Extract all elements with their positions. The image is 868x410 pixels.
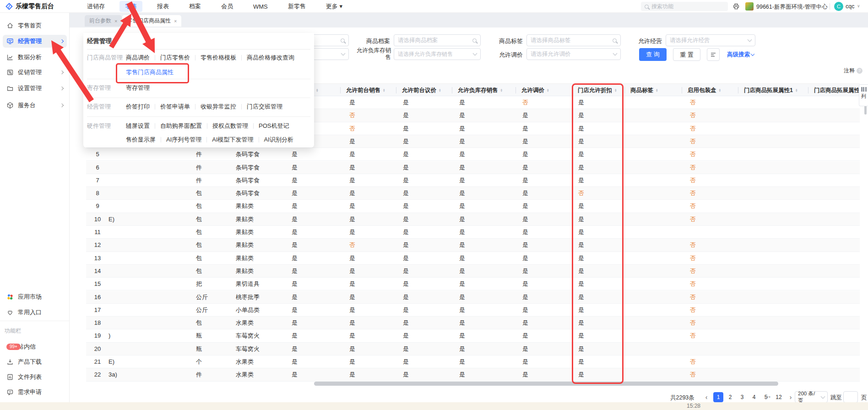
- reset-button[interactable]: 重 置: [673, 48, 700, 61]
- table-row[interactable]: 5件条码零食是是是是是是否: [86, 148, 860, 161]
- column-header-允许前台销售[interactable]: 允许前台销售▴▾: [346, 84, 385, 97]
- sidebar-item-应用市场[interactable]: 应用市场: [3, 290, 67, 303]
- sidebar-item-零售首页[interactable]: 零售首页: [3, 19, 67, 32]
- table-header-sort-stub[interactable]: ▴▾: [315, 84, 318, 97]
- top-menu-item-报表[interactable]: 报表: [152, 1, 174, 12]
- user-avatar[interactable]: C: [834, 2, 843, 11]
- tenant-name[interactable]: 99661-新界面环境-管理中心: [756, 3, 828, 11]
- tab-close-icon[interactable]: ×: [114, 18, 117, 24]
- jump-page-input[interactable]: [843, 391, 858, 403]
- table-row[interactable]: 18包水果类是是是是是是否: [86, 317, 860, 329]
- tab-前台参数[interactable]: 前台参数×: [85, 15, 122, 27]
- note-label[interactable]: 注释 ?: [844, 67, 863, 75]
- sort-carets-icon[interactable]: ▴▾: [615, 88, 617, 93]
- filter-settings-button[interactable]: [707, 48, 720, 61]
- pagination-page-2[interactable]: 2: [725, 392, 735, 402]
- menu-item-门店零售价[interactable]: 门店零售价: [160, 54, 190, 62]
- table-row[interactable]: 6件条码零食是是是是是是否: [86, 161, 860, 174]
- pagination-page-3[interactable]: 3: [737, 392, 747, 402]
- table-row[interactable]: 9包果贴类是是是是是是否: [86, 200, 860, 213]
- table-row[interactable]: 8包条码零食是是是是是否否: [86, 187, 860, 200]
- menu-item-辅屏设置[interactable]: 辅屏设置: [126, 122, 150, 130]
- menu-item-零售价格模板[interactable]: 零售价格模板: [201, 54, 236, 62]
- menu-item-零售门店商品属性[interactable]: 零售门店商品属性: [126, 68, 174, 77]
- pagination-page-1[interactable]: 1: [713, 392, 723, 402]
- table-row[interactable]: 19)瓶车莓窝火是是是是是是否: [86, 329, 860, 342]
- sidebar-item-经营管理[interactable]: 经营管理: [3, 35, 67, 48]
- sidebar-item-常用入口[interactable]: 常用入口: [3, 306, 67, 319]
- menu-item-商品调价[interactable]: 商品调价: [126, 54, 150, 62]
- pagination-page-12[interactable]: 12: [774, 392, 784, 402]
- table-row[interactable]: 20瓶车莓窝火是是是是是是: [86, 343, 860, 355]
- menu-item-商品价格修改查询[interactable]: 商品价格修改查询: [247, 54, 294, 62]
- column-header-商品标签[interactable]: 商品标签▴▾: [630, 84, 658, 97]
- table-row[interactable]: 17公斤小单品类是是是是是是否: [86, 304, 860, 317]
- sort-carets-icon[interactable]: ▴▾: [796, 88, 797, 93]
- sort-carets-icon[interactable]: ▴▾: [547, 88, 549, 93]
- table-row[interactable]: 13包果贴类是是是是是是否: [86, 252, 860, 265]
- menu-item-AI序列号管理[interactable]: AI序列号管理: [166, 136, 201, 144]
- tab-零售门店商品属性[interactable]: 零售门店商品属性×: [122, 15, 181, 27]
- sort-carets-icon[interactable]: ▴▾: [383, 88, 385, 93]
- column-header-门店商品拓展属性[interactable]: 门店商品拓展属性▴▾: [814, 84, 860, 97]
- table-row[interactable]: 11包果贴类是是是是是是: [86, 226, 860, 239]
- menu-item-寄存管理[interactable]: 寄存管理: [126, 84, 150, 92]
- sidebar-item-产品下载[interactable]: 产品下载: [3, 355, 67, 368]
- neg-stock-select[interactable]: 请选择允许负库存销售: [394, 48, 481, 60]
- column-header-门店商品拓展属性1[interactable]: 门店商品拓展属性1▴▾: [744, 84, 797, 97]
- allow-adjust-select[interactable]: 请选择允许调价: [526, 48, 621, 60]
- pagination-next-button[interactable]: ›: [786, 392, 796, 402]
- menu-item-AI识别分析[interactable]: AI识别分析: [264, 136, 293, 144]
- column-header-允许调价[interactable]: 允许调价▴▾: [521, 84, 549, 97]
- column-header-启用包装盒[interactable]: 启用包装盒▴▾: [688, 84, 721, 97]
- sort-carets-icon[interactable]: ▴▾: [656, 88, 658, 93]
- query-button[interactable]: 查 询: [639, 48, 667, 61]
- menu-item-自助购界面配置[interactable]: 自助购界面配置: [160, 122, 202, 130]
- sidebar-item-需求申请[interactable]: 需求申请: [3, 386, 67, 399]
- sidebar-item-文件列表[interactable]: 文件列表: [3, 371, 67, 383]
- goods-tag-input[interactable]: 请选择商品标签: [526, 34, 621, 46]
- table-row[interactable]: 7件条码零食是是是是是是否: [86, 174, 860, 187]
- horizontal-scrollbar[interactable]: [314, 382, 778, 386]
- advanced-search-link[interactable]: 高级搜索: [727, 51, 754, 59]
- menu-item-门店交班管理[interactable]: 门店交班管理: [247, 103, 282, 111]
- pagination-prev-button[interactable]: ‹: [701, 392, 711, 402]
- sidebar-item-站内信[interactable]: 站内信99+: [3, 340, 67, 353]
- top-menu-item-WMS[interactable]: WMS: [248, 2, 273, 11]
- table-row[interactable]: 223a)件水果类是是是是是是否: [86, 368, 860, 381]
- user-name[interactable]: cqc: [846, 3, 854, 10]
- user-menu-caret-icon[interactable]: ∨: [857, 4, 860, 8]
- menu-item-售价显示屏[interactable]: 售价显示屏: [126, 136, 156, 144]
- table-row[interactable]: 16公斤桃枣批季是是是是是是否: [86, 291, 860, 304]
- page-size-select[interactable]: 200 条/页: [795, 391, 828, 403]
- tenant-avatar[interactable]: [745, 2, 754, 11]
- sidebar-item-服务台[interactable]: 服务台: [3, 99, 67, 112]
- table-row[interactable]: 21E)个水果类是是是是是是否: [86, 355, 860, 368]
- table-row[interactable]: 12包果贴类是否是是是是否: [86, 239, 860, 251]
- menu-item-授权点数管理[interactable]: 授权点数管理: [212, 122, 248, 130]
- global-search-input[interactable]: 搜索功能: [641, 2, 728, 11]
- column-header-门店允许折扣[interactable]: 门店允许折扣▴▾: [578, 84, 617, 97]
- top-menu-item-进销存[interactable]: 进销存: [81, 1, 110, 12]
- pagination-ellipsis[interactable]: •••: [763, 392, 773, 402]
- menu-item-AI模型下发管理[interactable]: AI模型下发管理: [212, 136, 253, 144]
- column-header-允许负库存销售[interactable]: 允许负库存销售▴▾: [458, 84, 502, 97]
- pagination-page-4[interactable]: 4: [749, 392, 759, 402]
- column-header-允许前台议价[interactable]: 允许前台议价▴▾: [402, 84, 441, 97]
- sidebar-item-促销管理[interactable]: 促销管理: [3, 66, 67, 79]
- top-menu-item-更多[interactable]: 更多 ▾: [320, 1, 348, 12]
- top-menu-item-会员[interactable]: 会员: [216, 1, 239, 12]
- top-menu-item-新零售[interactable]: 新零售: [282, 1, 311, 12]
- menu-item-收银异常监控[interactable]: 收银异常监控: [201, 103, 236, 111]
- goods-archive-input[interactable]: 请选择商品档案: [394, 34, 481, 46]
- sidebar-item-设置管理[interactable]: 设置管理: [3, 82, 67, 95]
- column-settings-tab[interactable]: 列: [859, 84, 868, 106]
- printer-icon[interactable]: [732, 3, 740, 11]
- sort-carets-icon[interactable]: ▴▾: [439, 88, 441, 93]
- table-row[interactable]: 15把果切道具是是是是是是否: [86, 278, 860, 290]
- table-row[interactable]: 14包果贴类是是是是是是否: [86, 265, 860, 278]
- sidebar-item-数据分析[interactable]: 数据分析: [3, 51, 67, 64]
- top-menu-item-档案[interactable]: 档案: [184, 1, 206, 12]
- top-menu-item-零售[interactable]: 零售: [119, 1, 142, 12]
- sort-carets-icon[interactable]: ▴▾: [719, 88, 721, 93]
